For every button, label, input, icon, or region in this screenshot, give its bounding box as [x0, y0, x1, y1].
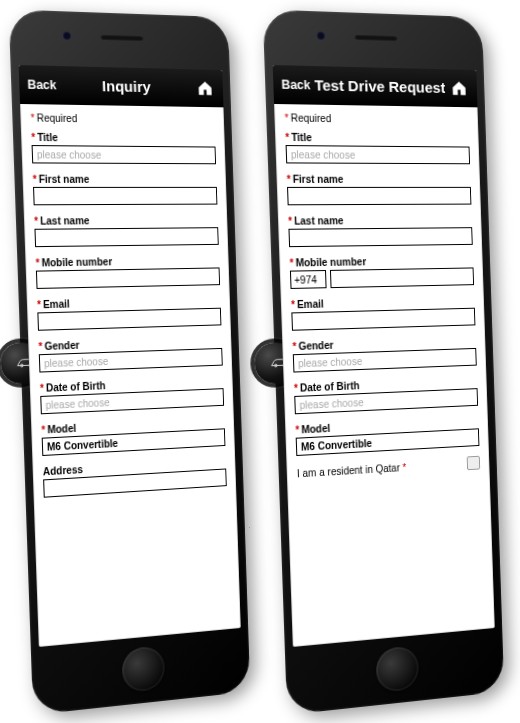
- phone-speaker: [100, 35, 143, 41]
- phone-camera: [62, 32, 70, 40]
- gender-label: Gender: [44, 340, 79, 352]
- title-label: Title: [291, 132, 312, 143]
- email-input[interactable]: [291, 308, 475, 331]
- form-content: *Required *Title *First name *Last name …: [20, 104, 241, 647]
- dob-label: Date of Birth: [46, 380, 106, 394]
- last-name-input[interactable]: [288, 227, 472, 247]
- first-name-input[interactable]: [287, 187, 471, 205]
- resident-checkbox[interactable]: [467, 456, 481, 470]
- form-content: *Required *Title *First name *Last name …: [274, 104, 495, 647]
- last-name-label: Last name: [40, 215, 90, 227]
- mobile-prefix[interactable]: +974: [290, 270, 327, 289]
- back-button[interactable]: Back: [281, 77, 310, 92]
- model-label: Model: [301, 423, 330, 436]
- navbar: Back Test Drive Request: [273, 65, 478, 107]
- email-label: Email: [297, 298, 324, 310]
- title-select[interactable]: [32, 145, 216, 164]
- gender-select[interactable]: [293, 348, 477, 373]
- phone-mock-right: Back Test Drive Request *Required *Title…: [263, 9, 505, 715]
- mobile-input[interactable]: [330, 267, 474, 288]
- phone-mock-left: Back Inquiry *Required *Title *First nam…: [9, 9, 251, 715]
- email-label: Email: [43, 298, 70, 310]
- first-name-label: First name: [39, 174, 90, 185]
- dob-label: Date of Birth: [300, 380, 360, 394]
- required-note: *Required: [284, 112, 468, 126]
- first-name-label: First name: [293, 174, 344, 185]
- email-input[interactable]: [37, 308, 221, 331]
- mobile-label: Mobile number: [295, 256, 366, 268]
- back-button[interactable]: Back: [27, 77, 56, 92]
- navbar: Back Inquiry: [19, 65, 224, 107]
- screen-left: Back Inquiry *Required *Title *First nam…: [19, 65, 241, 647]
- phone-speaker: [354, 35, 397, 41]
- first-name-input[interactable]: [33, 187, 217, 205]
- home-icon[interactable]: [448, 77, 469, 99]
- last-name-label: Last name: [294, 215, 344, 227]
- address-label: Address: [43, 464, 83, 477]
- home-icon[interactable]: [194, 77, 215, 99]
- gender-label: Gender: [298, 340, 333, 352]
- page-title: Inquiry: [60, 76, 191, 96]
- screen-right: Back Test Drive Request *Required *Title…: [273, 65, 495, 647]
- required-note: *Required: [30, 112, 214, 126]
- phone-home-button: [375, 645, 419, 693]
- phone-camera: [316, 32, 324, 40]
- title-select[interactable]: [286, 145, 470, 164]
- mobile-input[interactable]: [36, 267, 220, 289]
- gender-select[interactable]: [39, 348, 223, 373]
- phone-home-button: [121, 645, 165, 693]
- last-name-input[interactable]: [34, 227, 218, 247]
- title-label: Title: [37, 132, 58, 143]
- mobile-label: Mobile number: [41, 256, 112, 268]
- resident-label: I am a resident in Qatar: [297, 462, 400, 479]
- model-label: Model: [47, 423, 76, 436]
- page-title: Test Drive Request: [314, 76, 445, 96]
